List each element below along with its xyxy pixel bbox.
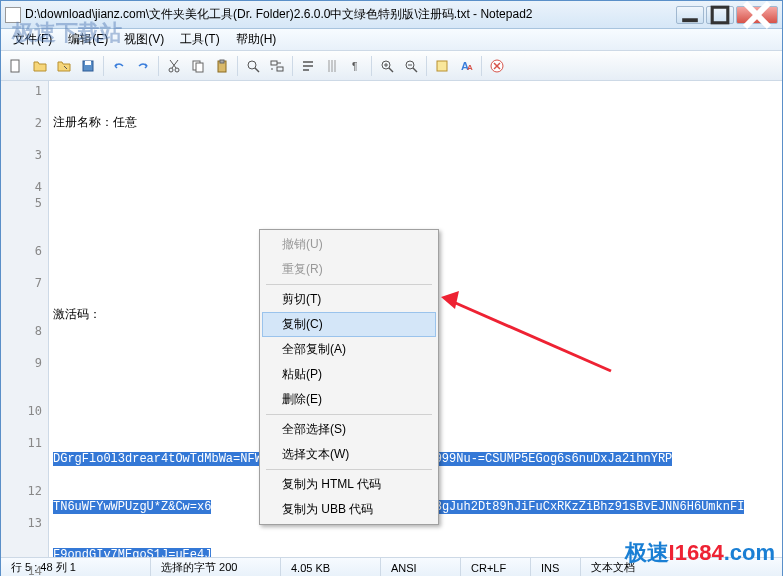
- statusbar: 行 5 : 48 列 1 选择的字节 200 4.05 KB ANSI CR+L…: [1, 557, 782, 576]
- status-filetype: 文本文档: [581, 558, 782, 576]
- svg-text:A: A: [467, 63, 473, 72]
- find-icon[interactable]: [242, 55, 264, 77]
- status-encoding[interactable]: ANSI: [381, 558, 461, 576]
- maximize-button[interactable]: [706, 6, 734, 24]
- toolbar-separator: [426, 56, 427, 76]
- cm-select-text[interactable]: 选择文本(W): [262, 442, 436, 467]
- window-buttons: [676, 6, 778, 24]
- cm-paste[interactable]: 粘贴(P): [262, 362, 436, 387]
- svg-rect-1: [712, 7, 728, 23]
- svg-rect-16: [277, 67, 283, 71]
- status-insert-mode[interactable]: INS: [531, 558, 581, 576]
- app-icon: [5, 7, 21, 23]
- status-eol[interactable]: CR+LF: [461, 558, 531, 576]
- text-line: [53, 163, 778, 179]
- editor-area[interactable]: 1 2 3 4 5 6 7 8 9 10 11 12 13 14 15 16 1…: [1, 81, 782, 557]
- exit-icon[interactable]: [486, 55, 508, 77]
- svg-rect-6: [85, 61, 91, 65]
- toolbar-separator: [237, 56, 238, 76]
- svg-point-7: [169, 68, 173, 72]
- cm-select-all[interactable]: 全部选择(S): [262, 417, 436, 442]
- svg-line-26: [413, 68, 417, 72]
- text-line: 注册名称：任意: [53, 115, 778, 131]
- scheme-icon[interactable]: [431, 55, 453, 77]
- text-line: F9ondGIv7MEgoS1J=uEe4J: [53, 547, 778, 557]
- wordwrap-icon[interactable]: [297, 55, 319, 77]
- close-button[interactable]: [736, 6, 778, 24]
- menu-file[interactable]: 文件(F): [5, 29, 60, 50]
- titlebar[interactable]: D:\download\jianz.com\文件夹美化工具(Dr. Folder…: [1, 1, 782, 29]
- menubar: 文件(F) 编辑(E) 视图(V) 工具(T) 帮助(H): [1, 29, 782, 51]
- svg-rect-15: [271, 61, 277, 65]
- menu-tools[interactable]: 工具(T): [172, 29, 227, 50]
- menu-view[interactable]: 视图(V): [116, 29, 172, 50]
- cut-icon[interactable]: [163, 55, 185, 77]
- context-menu-separator: [266, 284, 432, 285]
- svg-line-14: [255, 68, 259, 72]
- replace-icon[interactable]: [266, 55, 288, 77]
- text-line: [53, 211, 778, 227]
- svg-rect-4: [11, 60, 19, 72]
- menu-help[interactable]: 帮助(H): [228, 29, 285, 50]
- context-menu-separator: [266, 469, 432, 470]
- cm-delete[interactable]: 删除(E): [262, 387, 436, 412]
- svg-line-22: [389, 68, 393, 72]
- toolbar-separator: [103, 56, 104, 76]
- toolbar-separator: [158, 56, 159, 76]
- copy-icon[interactable]: [187, 55, 209, 77]
- new-file-icon[interactable]: [5, 55, 27, 77]
- cm-redo[interactable]: 重复(R): [262, 257, 436, 282]
- cm-copy-all[interactable]: 全部复制(A): [262, 337, 436, 362]
- app-window: D:\download\jianz.com\文件夹美化工具(Dr. Folder…: [0, 0, 783, 576]
- status-size: 4.05 KB: [281, 558, 381, 576]
- toolbar-separator: [292, 56, 293, 76]
- menu-edit[interactable]: 编辑(E): [60, 29, 116, 50]
- history-icon[interactable]: [53, 55, 75, 77]
- context-menu: 撤销(U) 重复(R) 剪切(T) 复制(C) 全部复制(A) 粘贴(P) 删除…: [259, 229, 439, 525]
- paste-icon[interactable]: [211, 55, 233, 77]
- line-gutter: 1 2 3 4 5 6 7 8 9 10 11 12 13 14 15 16 1…: [1, 81, 49, 557]
- cm-cut[interactable]: 剪切(T): [262, 287, 436, 312]
- toolbar-separator: [481, 56, 482, 76]
- whitespace-icon[interactable]: ¶: [345, 55, 367, 77]
- toolbar: ¶ AA: [1, 51, 782, 81]
- svg-point-8: [175, 68, 179, 72]
- context-menu-separator: [266, 414, 432, 415]
- svg-rect-10: [196, 63, 203, 72]
- svg-point-13: [248, 61, 256, 69]
- redo-icon[interactable]: [132, 55, 154, 77]
- svg-rect-28: [437, 61, 447, 71]
- cm-undo[interactable]: 撤销(U): [262, 232, 436, 257]
- svg-text:¶: ¶: [352, 61, 357, 72]
- save-icon[interactable]: [77, 55, 99, 77]
- undo-icon[interactable]: [108, 55, 130, 77]
- status-selection: 选择的字节 200: [151, 558, 281, 576]
- guides-icon[interactable]: [321, 55, 343, 77]
- cm-copy-html[interactable]: 复制为 HTML 代码: [262, 472, 436, 497]
- toolbar-separator: [371, 56, 372, 76]
- svg-rect-12: [220, 60, 224, 63]
- cm-copy[interactable]: 复制(C): [262, 312, 436, 337]
- zoom-out-icon[interactable]: [400, 55, 422, 77]
- open-file-icon[interactable]: [29, 55, 51, 77]
- zoom-in-icon[interactable]: [376, 55, 398, 77]
- cm-copy-ubb[interactable]: 复制为 UBB 代码: [262, 497, 436, 522]
- minimize-button[interactable]: [676, 6, 704, 24]
- font-icon[interactable]: AA: [455, 55, 477, 77]
- window-title: D:\download\jianz.com\文件夹美化工具(Dr. Folder…: [25, 6, 676, 23]
